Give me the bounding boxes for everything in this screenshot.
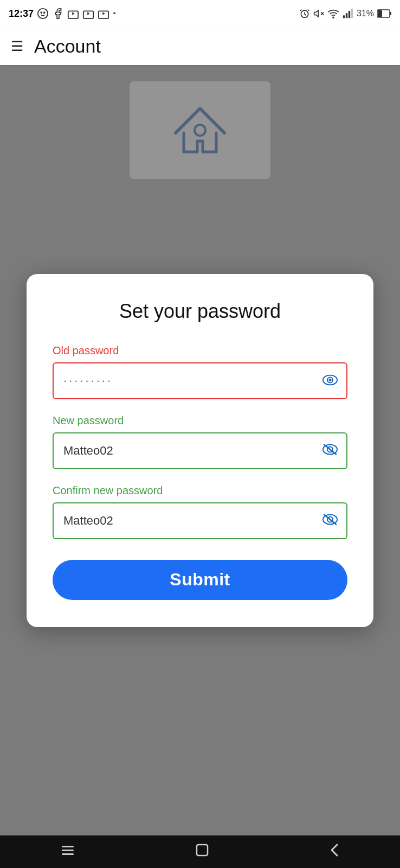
alarm-icon [299,8,310,19]
battery-icon [377,9,391,18]
svg-rect-17 [351,9,353,18]
status-left: 12:37 · [9,7,116,21]
confirm-password-field-group: Confirm new password [53,484,347,539]
hamburger-icon[interactable]: ☰ [11,38,23,55]
svg-rect-15 [346,13,347,18]
youtube3-icon [98,8,109,20]
new-password-wrapper [53,432,347,469]
svg-point-24 [329,379,332,381]
new-password-eye-icon[interactable] [322,442,338,459]
modal-overlay: Set your password Old password [0,65,400,835]
youtube2-icon [82,8,94,20]
modal-title: Set your password [53,300,347,323]
signal-icon [343,8,353,19]
nav-back-icon[interactable] [328,843,340,861]
old-password-input[interactable] [53,362,347,399]
svg-point-13 [333,17,334,18]
svg-marker-6 [87,12,90,15]
svg-point-2 [44,12,45,13]
svg-rect-16 [349,11,350,18]
svg-rect-3 [68,11,78,18]
nav-lines-icon[interactable] [60,843,76,860]
svg-point-1 [41,12,42,13]
svg-rect-19 [390,12,391,15]
youtube-icon [67,8,79,20]
svg-rect-14 [343,15,345,18]
old-password-eye-icon[interactable] [322,372,338,389]
status-time: 12:37 [9,8,34,20]
new-password-field-group: New password [53,414,347,469]
set-password-modal: Set your password Old password [27,274,373,627]
app-bar: ☰ Account [0,27,400,65]
svg-rect-34 [197,845,208,856]
svg-rect-7 [99,11,108,18]
dot-icon: · [113,7,116,21]
old-password-wrapper [53,362,347,399]
svg-rect-20 [378,10,382,17]
svg-point-0 [38,9,48,18]
mute-icon [313,8,324,19]
confirm-password-input[interactable] [53,502,347,539]
background-content: Set your password Old password [0,65,400,835]
confirm-password-eye-icon[interactable] [322,512,338,529]
status-right: 31% [299,8,391,20]
svg-rect-31 [62,846,74,847]
svg-marker-4 [72,12,75,15]
submit-button[interactable]: Submit [53,560,347,600]
whatsapp-icon [37,8,49,20]
old-password-label: Old password [53,344,347,357]
battery-text: 31% [357,9,374,18]
facebook-icon [52,8,64,20]
svg-rect-5 [83,11,93,18]
svg-marker-10 [314,10,319,17]
old-password-field-group: Old password [53,344,347,399]
new-password-label: New password [53,414,347,427]
wifi-icon [327,8,339,20]
status-bar: 12:37 · 31% [0,0,400,27]
svg-marker-8 [102,12,105,15]
confirm-password-label: Confirm new password [53,484,347,497]
nav-square-icon[interactable] [195,843,209,861]
svg-rect-33 [62,853,74,855]
new-password-input[interactable] [53,432,347,469]
svg-rect-32 [62,850,74,851]
confirm-password-wrapper [53,502,347,539]
page-title: Account [34,36,101,57]
nav-bar [0,835,400,868]
